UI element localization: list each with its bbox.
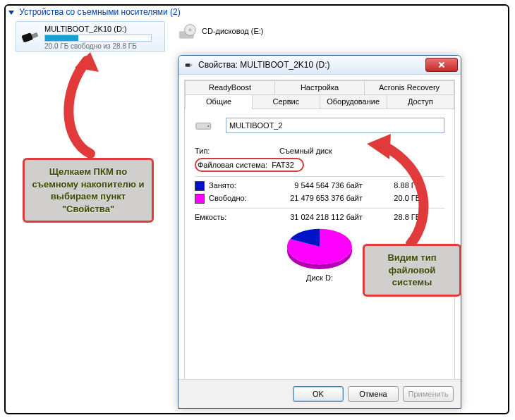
dialog-body: ReadyBoost Настройка Acronis Recovery Об…: [184, 80, 455, 380]
device-usb-free-text: 20.0 ГБ свободно из 28.8 ГБ: [44, 42, 152, 50]
value-used-bytes: 9 544 564 736 байт: [279, 180, 371, 192]
value-used-human: 8.88 ГБ: [371, 180, 420, 192]
svg-point-9: [207, 125, 209, 127]
value-free-human: 20.0 ГБ: [371, 192, 420, 205]
device-usb-capacity-bar: [44, 35, 152, 42]
capacity-pie-chart: [277, 228, 362, 269]
usb-drive-icon: [20, 25, 40, 44]
label-free: Свободно:: [209, 194, 247, 202]
tab-acronis[interactable]: Acronis Recovery: [365, 80, 454, 94]
value-type: Съемный диск: [279, 145, 420, 156]
cancel-button[interactable]: Отмена: [348, 386, 399, 402]
volume-name-selection: MULTIBOOT_2: [229, 121, 283, 130]
value-capacity-human: 28.8 ГБ: [371, 211, 420, 223]
legend-used-icon: [195, 181, 205, 191]
svg-point-5: [188, 28, 191, 31]
svg-rect-6: [186, 63, 190, 66]
label-type: Тип:: [195, 145, 279, 156]
tab-sharing[interactable]: Доступ: [387, 94, 454, 109]
label-capacity: Емкость:: [195, 211, 279, 223]
svg-rect-2: [21, 32, 33, 43]
legend-free-icon: [195, 194, 205, 204]
flash-drive-icon: [184, 60, 194, 70]
apply-button[interactable]: Применить: [403, 386, 454, 402]
ok-button[interactable]: OK: [293, 386, 344, 402]
device-usb[interactable]: MULTIBOOT_2K10 (D:) 20.0 ГБ свободно из …: [16, 21, 165, 52]
tab-hardware[interactable]: Оборудование: [320, 94, 387, 109]
label-used: Занято:: [209, 181, 236, 190]
device-cd[interactable]: CD-дисковод (E:): [178, 23, 263, 42]
section-header[interactable]: Устройства со съемными носителями (2): [8, 7, 181, 17]
dialog-titlebar[interactable]: Свойства: MULTIBOOT_2K10 (D:): [178, 56, 461, 75]
tab-settings[interactable]: Настройка: [275, 80, 365, 94]
dialog-title: Свойства: MULTIBOOT_2K10 (D:): [198, 60, 330, 70]
tab-tools[interactable]: Сервис: [253, 94, 320, 109]
tab-general[interactable]: Общие: [185, 94, 253, 109]
filesystem-highlight: Файловая система: FAT32: [195, 158, 304, 172]
annotation-arrow-left: [41, 48, 147, 161]
svg-rect-7: [190, 64, 193, 66]
drive-icon: [195, 117, 214, 134]
annotation-callout-left: Щелкаем ПКМ по съемному накопителю и выб…: [23, 158, 154, 223]
close-button[interactable]: [425, 58, 458, 72]
dialog-footer: OK Отмена Применить: [178, 379, 461, 408]
collapse-triangle-icon[interactable]: [8, 11, 14, 15]
cd-drive-icon: [178, 23, 198, 42]
label-filesystem: Файловая система:: [198, 161, 267, 169]
value-filesystem: FAT32: [272, 161, 294, 169]
device-cd-label: CD-дисковод (E:): [202, 27, 263, 35]
tab-readyboost[interactable]: ReadyBoost: [185, 80, 275, 94]
value-capacity-bytes: 31 024 218 112 байт: [279, 211, 371, 223]
properties-dialog: Свойства: MULTIBOOT_2K10 (D:) ReadyBoost…: [178, 55, 461, 409]
device-usb-label: MULTIBOOT_2K10 (D:): [44, 25, 152, 33]
section-title: Устройства со съемными носителями (2): [19, 7, 180, 17]
volume-name-input[interactable]: MULTIBOOT_2: [226, 118, 444, 133]
value-free-bytes: 21 479 653 376 байт: [279, 192, 371, 205]
annotation-callout-right: Видим тип файловой системы: [363, 244, 461, 297]
